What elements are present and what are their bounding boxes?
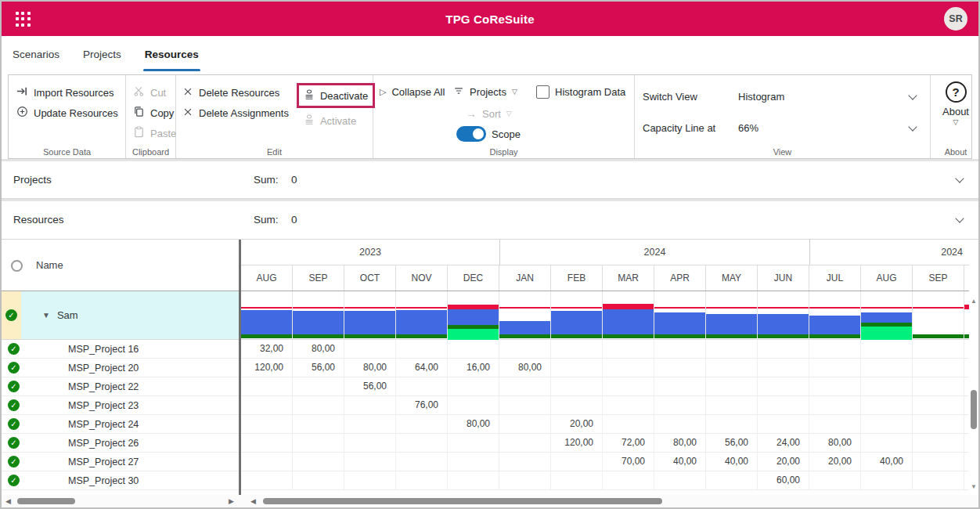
allocation-cell[interactable] bbox=[293, 471, 344, 490]
capacity-line-value[interactable]: 66% bbox=[738, 122, 758, 134]
allocation-cell[interactable] bbox=[706, 359, 758, 377]
allocation-cell[interactable] bbox=[396, 471, 448, 490]
allocation-cell[interactable] bbox=[913, 396, 964, 415]
allocation-cell[interactable] bbox=[293, 377, 344, 396]
copy-button[interactable]: Copy bbox=[133, 103, 172, 123]
allocation-cell[interactable] bbox=[654, 340, 706, 359]
allocation-cell[interactable]: 60,00 bbox=[758, 471, 809, 490]
allocation-cell[interactable] bbox=[499, 471, 551, 490]
allocation-cell[interactable] bbox=[396, 453, 448, 471]
allocation-cell[interactable]: 16,00 bbox=[448, 359, 499, 377]
cut-button[interactable]: Cut bbox=[133, 82, 172, 103]
chevron-down-icon[interactable] bbox=[908, 91, 917, 99]
allocation-cell[interactable] bbox=[603, 396, 654, 415]
allocation-cell[interactable] bbox=[241, 453, 293, 471]
allocation-cell[interactable] bbox=[603, 377, 654, 396]
projects-section-bar[interactable]: Projects Sum: 0 bbox=[2, 161, 978, 199]
chevron-down-icon[interactable] bbox=[908, 122, 917, 131]
allocation-cell[interactable] bbox=[499, 396, 551, 415]
allocation-cell[interactable] bbox=[809, 396, 861, 415]
allocation-cell[interactable] bbox=[293, 453, 344, 471]
allocation-cell[interactable] bbox=[654, 377, 706, 396]
sort-dropdown[interactable]: → Sort ▽ bbox=[466, 103, 512, 124]
collapse-triangle-icon[interactable]: ▼ bbox=[42, 311, 50, 319]
allocation-cell[interactable] bbox=[448, 471, 499, 490]
histogram-data-checkbox[interactable]: Histogram Data bbox=[536, 81, 625, 102]
allocation-cell[interactable] bbox=[913, 434, 964, 453]
allocation-cell[interactable] bbox=[344, 471, 396, 490]
resource-row-sam[interactable]: ✓ ▼ Sam bbox=[2, 291, 239, 340]
project-row[interactable]: ✓MSP_Project 23 bbox=[2, 396, 239, 415]
allocation-cell[interactable]: 80,00 bbox=[809, 434, 861, 453]
update-resources-button[interactable]: Update Resources bbox=[16, 103, 122, 123]
allocation-cell[interactable] bbox=[344, 340, 396, 359]
allocation-cell[interactable] bbox=[758, 377, 809, 396]
names-hscroll-thumb[interactable] bbox=[17, 498, 75, 504]
allocation-cell[interactable] bbox=[396, 415, 448, 434]
allocation-cell[interactable] bbox=[654, 359, 706, 377]
scope-toggle[interactable] bbox=[456, 126, 486, 142]
scroll-up-icon[interactable]: ▲ bbox=[969, 298, 978, 305]
project-row[interactable]: ✓MSP_Project 24 bbox=[2, 415, 239, 434]
allocation-cell[interactable] bbox=[706, 377, 758, 396]
user-avatar[interactable]: SR bbox=[944, 7, 967, 31]
allocation-cell[interactable]: 40,00 bbox=[861, 453, 913, 471]
allocation-cell[interactable] bbox=[654, 471, 706, 490]
scroll-left-icon[interactable]: ◀ bbox=[5, 497, 11, 505]
allocation-cell[interactable]: 40,00 bbox=[654, 453, 706, 471]
allocation-cell[interactable] bbox=[758, 396, 809, 415]
allocation-cell[interactable]: 56,00 bbox=[344, 377, 396, 396]
timeline-hscroll-thumb[interactable] bbox=[263, 498, 662, 504]
allocation-cell[interactable] bbox=[499, 340, 551, 359]
tab-scenarios[interactable]: Scenarios bbox=[13, 36, 59, 72]
allocation-cell[interactable] bbox=[809, 471, 861, 490]
allocation-cell[interactable]: 120,00 bbox=[551, 434, 603, 453]
allocation-cell[interactable] bbox=[603, 415, 654, 434]
delete-assignments-button[interactable]: Delete Assignments bbox=[182, 103, 289, 123]
project-row[interactable]: ✓MSP_Project 30 bbox=[2, 471, 239, 490]
allocation-cell[interactable]: 20,00 bbox=[758, 453, 809, 471]
switch-view-value[interactable]: Histogram bbox=[738, 91, 784, 103]
allocation-cell[interactable] bbox=[809, 415, 861, 434]
project-row[interactable]: ✓MSP_Project 27 bbox=[2, 453, 239, 471]
allocation-cell[interactable] bbox=[241, 377, 293, 396]
allocation-cell[interactable] bbox=[603, 359, 654, 377]
allocation-cell[interactable] bbox=[809, 377, 861, 396]
paste-button[interactable]: Paste bbox=[133, 123, 172, 143]
allocation-cell[interactable]: 32,00 bbox=[241, 340, 293, 359]
vertical-scrollbar[interactable]: ▲ ▼ bbox=[969, 291, 978, 495]
scroll-right-icon[interactable]: ▶ bbox=[229, 497, 234, 505]
allocation-cell[interactable] bbox=[448, 377, 499, 396]
tab-resources[interactable]: Resources bbox=[145, 36, 199, 72]
allocation-cell[interactable] bbox=[293, 415, 344, 434]
allocation-cell[interactable] bbox=[706, 471, 758, 490]
allocation-cell[interactable] bbox=[344, 415, 396, 434]
allocation-cell[interactable] bbox=[861, 471, 913, 490]
allocation-cell[interactable] bbox=[809, 359, 861, 377]
allocation-cell[interactable] bbox=[603, 340, 654, 359]
allocation-cell[interactable] bbox=[344, 396, 396, 415]
scroll-down-icon[interactable]: ▼ bbox=[969, 483, 978, 490]
allocation-cell[interactable]: 80,00 bbox=[448, 415, 499, 434]
allocation-cell[interactable] bbox=[448, 396, 499, 415]
allocation-cell[interactable] bbox=[551, 377, 603, 396]
allocation-cell[interactable] bbox=[706, 415, 758, 434]
select-all-radio[interactable] bbox=[11, 260, 23, 272]
allocation-cell[interactable]: 56,00 bbox=[706, 434, 758, 453]
allocation-cell[interactable]: 80,00 bbox=[499, 359, 551, 377]
allocation-cell[interactable]: 76,00 bbox=[396, 396, 448, 415]
allocation-cell[interactable] bbox=[861, 434, 913, 453]
allocation-cell[interactable]: 20,00 bbox=[551, 415, 603, 434]
names-hscrollbar[interactable]: ◀ ▶ bbox=[2, 495, 239, 507]
allocation-cell[interactable] bbox=[499, 415, 551, 434]
allocation-cell[interactable] bbox=[551, 340, 603, 359]
deactivate-button[interactable]: Deactivate bbox=[304, 85, 368, 106]
allocation-cell[interactable] bbox=[448, 340, 499, 359]
project-row[interactable]: ✓MSP_Project 22 bbox=[2, 377, 239, 396]
allocation-cell[interactable] bbox=[913, 377, 964, 396]
allocation-cell[interactable] bbox=[293, 396, 344, 415]
allocation-cell[interactable] bbox=[448, 453, 499, 471]
project-row[interactable]: ✓MSP_Project 26 bbox=[2, 434, 239, 453]
projects-filter-dropdown[interactable]: Projects ▽ bbox=[453, 81, 517, 102]
allocation-cell[interactable] bbox=[913, 471, 964, 490]
